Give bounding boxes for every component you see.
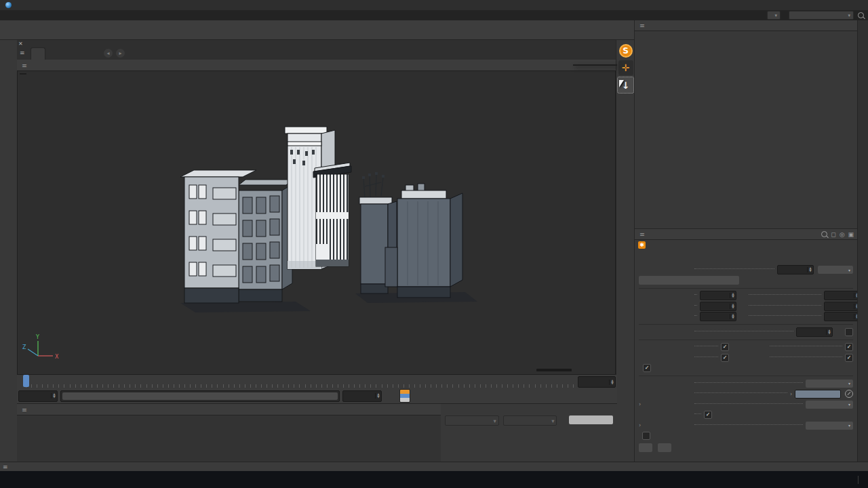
fps-row: ▲▼ ▲▼ xyxy=(639,291,853,302)
plugin-s-icon[interactable]: S xyxy=(619,44,633,58)
input-color-dropdown[interactable]: ▾ xyxy=(806,422,853,430)
attribute-menu-icon[interactable]: ≡ xyxy=(635,230,650,238)
node-space-dropdown[interactable]: ▾ xyxy=(767,11,781,20)
use-expressions-checkbox[interactable]: ✓ xyxy=(845,343,853,351)
tab-forward-icon[interactable]: ▸ xyxy=(116,49,125,58)
default-color-row: ▾ xyxy=(639,378,853,389)
use-deformers-checkbox[interactable]: ✓ xyxy=(845,354,853,362)
fps-field[interactable]: ▲▼ xyxy=(700,291,736,300)
search-icon[interactable] xyxy=(858,12,864,18)
material-menu-icon[interactable]: ≡ xyxy=(17,406,32,413)
use-animation-checkbox[interactable]: ✓ xyxy=(721,343,729,351)
attr-lock-icon[interactable]: ◻ xyxy=(831,231,835,238)
axis-x-label: X xyxy=(55,354,59,360)
viewport-tab-strip: ✕ ≡ ◂ ▸ xyxy=(17,40,617,60)
timeline-frame-field[interactable]: ▲▼ xyxy=(578,376,616,388)
use-generators-checkbox[interactable]: ✓ xyxy=(721,354,729,362)
spinner-icon[interactable]: ▲▼ xyxy=(375,393,381,399)
spinner-icon[interactable]: ▲▼ xyxy=(51,393,57,399)
show-desktop-button[interactable] xyxy=(858,476,865,484)
main-toolbar xyxy=(0,20,634,40)
save-preset-button[interactable] xyxy=(658,443,671,452)
linear-workflow-row: ✓ xyxy=(639,410,853,421)
axis-z-label: Z xyxy=(22,344,26,350)
project-length-field[interactable]: ▲▼ xyxy=(824,291,861,300)
axis-center-icon[interactable]: ✛ xyxy=(618,60,633,75)
right-dock-tabs-bottom xyxy=(857,228,868,462)
use-motion-row: ✓ xyxy=(639,363,853,374)
section-title xyxy=(639,254,853,265)
color-row: › xyxy=(639,389,853,400)
max-time-field[interactable]: ▲▼ xyxy=(824,302,861,311)
object-manager-menu-bar: ≡ xyxy=(635,20,857,31)
coords-mode-dropdown[interactable]: ▾ xyxy=(445,415,499,426)
eyedropper-icon[interactable] xyxy=(845,390,853,398)
cinema4d-window: ▾ ▾ ✕ ≡ ◂ ▸ ≡ xyxy=(0,0,868,488)
mode-toolbar xyxy=(0,40,18,462)
animation-toolbar: ▲▼ ▲▼ xyxy=(17,388,617,404)
coord-palette-icon[interactable] xyxy=(399,389,410,403)
object-list xyxy=(635,31,857,33)
load-preset-button[interactable] xyxy=(639,443,652,452)
plugin-palette-strip: S ✛ ↓ xyxy=(616,40,635,462)
timeline-playhead[interactable] xyxy=(23,375,29,387)
building-striped-tower[interactable] xyxy=(313,163,351,266)
preview-range-slider[interactable] xyxy=(60,390,340,402)
lod-row: ▲▼ xyxy=(639,327,853,338)
main-menu-bar: ▾ ▾ xyxy=(0,10,868,21)
attr-search-icon[interactable] xyxy=(821,231,827,237)
preview-min-field[interactable]: ▲▼ xyxy=(700,312,736,321)
apply-button[interactable] xyxy=(569,415,613,424)
tab-back-icon[interactable]: ◂ xyxy=(104,49,113,58)
coordinate-manager: ▾ ▾ xyxy=(441,404,617,462)
attr-panel-icon[interactable]: ▣ xyxy=(848,231,854,238)
viewport-menu-icon[interactable]: ≡ xyxy=(17,62,32,69)
viewport[interactable]: Y X Z xyxy=(17,70,616,375)
lod-checkbox[interactable] xyxy=(845,328,853,336)
viewport-menu-bar: ≡ xyxy=(17,60,617,71)
min-time-field[interactable]: ▲▼ xyxy=(700,302,736,311)
coords-header-position xyxy=(445,406,502,413)
default-color-dropdown[interactable]: ▾ xyxy=(806,380,853,388)
mouse-cursor xyxy=(619,80,624,87)
current-frame-field[interactable]: ▲▼ xyxy=(18,390,58,402)
timeline-ruler[interactable]: ▲▼ xyxy=(17,375,617,389)
project-scale-unit-dropdown[interactable]: ▾ xyxy=(818,266,853,274)
attr-target-icon[interactable]: ◎ xyxy=(840,231,845,238)
grid-spacing-label xyxy=(536,369,572,371)
node-color-checkbox[interactable] xyxy=(642,432,650,440)
project-icon: ✱ xyxy=(638,241,646,249)
scale-project-button[interactable] xyxy=(639,276,739,285)
building-left-apartment[interactable] xyxy=(180,170,293,303)
spinner-icon[interactable]: ▲▼ xyxy=(609,380,615,385)
status-menu-icon[interactable]: ≡ xyxy=(3,464,8,470)
interface-dropdown[interactable]: ▾ xyxy=(789,11,854,20)
color-swatch[interactable] xyxy=(795,390,841,399)
view-clip-dropdown[interactable]: ▾ xyxy=(806,401,853,409)
use-animation-row: ✓ ✓ xyxy=(639,342,853,353)
material-menu-bar: ≡ xyxy=(17,404,441,415)
windows-taskbar xyxy=(0,471,868,488)
panel-close-icon[interactable]: ✕ xyxy=(18,41,23,47)
material-manager: ≡ xyxy=(17,404,441,462)
app-icon xyxy=(5,2,12,8)
viewport-3d-scene[interactable]: Y X Z xyxy=(18,71,616,375)
view-clip-row: › ▾ xyxy=(639,399,853,410)
node-color-row xyxy=(639,431,853,442)
end-frame-field[interactable]: ▲▼ xyxy=(342,390,382,402)
attribute-menu-bar: ≡ ◻ ◎ ▣ xyxy=(635,229,857,240)
project-scale-row: ▲▼ ▾ xyxy=(639,265,853,276)
use-motion-system-checkbox[interactable]: ✓ xyxy=(643,364,651,372)
preview-min-row: ▲▼ ▲▼ xyxy=(639,312,853,323)
preview-max-field[interactable]: ▲▼ xyxy=(824,312,861,321)
coords-scale-dropdown[interactable]: ▾ xyxy=(503,415,557,426)
document-tab[interactable] xyxy=(31,47,45,60)
range-bar[interactable] xyxy=(62,392,338,400)
input-color-row: › ▾ xyxy=(639,420,853,431)
lod-field[interactable]: ▲▼ xyxy=(796,327,833,337)
align-palette xyxy=(573,64,617,66)
panel-menu-icon[interactable]: ≡ xyxy=(20,49,25,56)
project-scale-field[interactable]: ▲▼ xyxy=(777,265,814,274)
linear-workflow-checkbox[interactable]: ✓ xyxy=(704,411,712,419)
object-manager-menu-icon[interactable]: ≡ xyxy=(635,22,650,29)
